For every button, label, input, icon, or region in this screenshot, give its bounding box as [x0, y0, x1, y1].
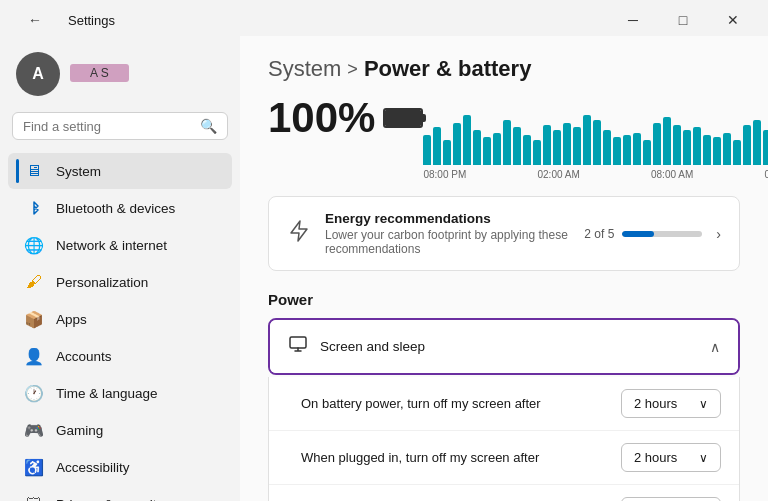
chart-bar: [693, 127, 701, 165]
avatar-section: A A S: [0, 44, 240, 112]
network-icon: 🌐: [24, 235, 44, 255]
window-controls: ─ □ ✕: [610, 6, 756, 34]
title-bar-left: ← Settings: [12, 6, 115, 34]
battery-chart: 50% 08:00 PM02:00 AM08:00 AM02:00 PM08:0…: [423, 94, 768, 180]
energy-progress-bar-fill: [622, 231, 654, 237]
settings-row: On battery power, turn off my screen aft…: [269, 377, 739, 431]
search-input[interactable]: [23, 119, 192, 134]
energy-progress: 2 of 5: [584, 227, 702, 241]
chart-bar: [643, 140, 651, 165]
chart-bar: [443, 140, 451, 165]
chart-x-label: 08:00 PM: [423, 169, 466, 180]
sidebar-item-accounts-label: Accounts: [56, 349, 112, 364]
privacy-icon: 🛡: [24, 494, 44, 501]
dropdown-chevron-icon: ∨: [699, 451, 708, 465]
energy-icon: [287, 219, 311, 249]
chart-bar: [673, 125, 681, 165]
power-section-title: Power: [268, 291, 740, 308]
sidebar-item-system-label: System: [56, 164, 101, 179]
personalization-icon: 🖌: [24, 272, 44, 292]
chart-bars: [423, 110, 768, 165]
back-button[interactable]: ←: [12, 6, 58, 34]
sidebar-item-gaming[interactable]: 🎮 Gaming: [8, 412, 232, 448]
breadcrumb: System > Power & battery: [268, 56, 740, 82]
hours-dropdown[interactable]: 2 hours∨: [621, 497, 721, 501]
sidebar-item-accessibility[interactable]: ♿ Accessibility: [8, 449, 232, 485]
sidebar-item-time-label: Time & language: [56, 386, 158, 401]
settings-row-label: On battery power, turn off my screen aft…: [301, 396, 541, 411]
sidebar-item-network[interactable]: 🌐 Network & internet: [8, 227, 232, 263]
minimize-button[interactable]: ─: [610, 6, 656, 34]
svg-rect-1: [290, 337, 306, 348]
apps-icon: 📦: [24, 309, 44, 329]
breadcrumb-separator: >: [347, 59, 358, 80]
sidebar-item-network-label: Network & internet: [56, 238, 167, 253]
settings-row: When plugged in, turn off my screen afte…: [269, 431, 739, 485]
energy-card[interactable]: Energy recommendations Lower your carbon…: [268, 196, 740, 271]
chart-bar: [523, 135, 531, 165]
accordion-chevron-icon: ∧: [710, 339, 720, 355]
chart-bar: [683, 130, 691, 165]
chart-bar: [513, 127, 521, 165]
sidebar-item-privacy[interactable]: 🛡 Privacy & security: [8, 486, 232, 501]
chart-bar: [613, 137, 621, 165]
time-icon: 🕐: [24, 383, 44, 403]
hours-value: 2 hours: [634, 450, 677, 465]
chart-bar: [663, 117, 671, 165]
close-button[interactable]: ✕: [710, 6, 756, 34]
sidebar-item-privacy-label: Privacy & security: [56, 497, 163, 502]
chart-bar: [533, 140, 541, 165]
app-body: A A S 🔍 🖥 System Bluetoot: [0, 36, 768, 501]
accessibility-icon: ♿: [24, 457, 44, 477]
chart-bar: [503, 120, 511, 165]
sidebar-item-time[interactable]: 🕐 Time & language: [8, 375, 232, 411]
chart-bar: [743, 125, 751, 165]
screen-sleep-icon: [288, 334, 308, 359]
chart-bar: [623, 135, 631, 165]
avatar-info: A S: [70, 64, 129, 84]
chart-x-labels: 08:00 PM02:00 AM08:00 AM02:00 PM08:00 PM: [423, 169, 768, 180]
breadcrumb-parent: System: [268, 56, 341, 82]
chart-bar: [583, 115, 591, 165]
energy-subtitle: Lower your carbon footprint by applying …: [325, 228, 570, 256]
chart-bar: [433, 127, 441, 165]
chart-bar: [603, 130, 611, 165]
energy-text: Energy recommendations Lower your carbon…: [325, 211, 570, 256]
chart-x-label: 02:00 PM: [765, 169, 768, 180]
chart-bar: [733, 140, 741, 165]
chart-bar: [633, 133, 641, 165]
energy-progress-bar-wrap: [622, 231, 702, 237]
search-box[interactable]: 🔍: [12, 112, 228, 140]
screen-sleep-accordion: Screen and sleep ∧: [268, 318, 740, 375]
chart-bar: [723, 133, 731, 165]
hours-dropdown[interactable]: 2 hours∨: [621, 389, 721, 418]
chart-bar: [593, 120, 601, 165]
sidebar-item-apps-label: Apps: [56, 312, 87, 327]
accordion-title: Screen and sleep: [320, 339, 698, 354]
sidebar-item-system[interactable]: 🖥 System: [8, 153, 232, 189]
gaming-icon: 🎮: [24, 420, 44, 440]
hours-dropdown[interactable]: 2 hours∨: [621, 443, 721, 472]
chart-bar: [463, 115, 471, 165]
hours-value: 2 hours: [634, 396, 677, 411]
chart-bar: [483, 137, 491, 165]
accordion-header[interactable]: Screen and sleep ∧: [270, 320, 738, 373]
chart-bar: [703, 135, 711, 165]
dropdown-chevron-icon: ∨: [699, 397, 708, 411]
battery-icon: [383, 108, 423, 128]
avatar-name: A S: [70, 64, 129, 82]
sidebar-item-accounts[interactable]: 👤 Accounts: [8, 338, 232, 374]
chart-bar: [653, 123, 661, 165]
maximize-button[interactable]: □: [660, 6, 706, 34]
sidebar-item-personalization[interactable]: 🖌 Personalization: [8, 264, 232, 300]
chart-bar: [753, 120, 761, 165]
chart-bar: [473, 130, 481, 165]
chart-bar: [553, 130, 561, 165]
sidebar-item-bluetooth[interactable]: Bluetooth & devices: [8, 190, 232, 226]
chart-bar: [763, 130, 768, 165]
bluetooth-icon: [24, 198, 44, 218]
sidebar-item-personalization-label: Personalization: [56, 275, 148, 290]
chart-bar: [713, 137, 721, 165]
breadcrumb-current: Power & battery: [364, 56, 532, 82]
sidebar-item-apps[interactable]: 📦 Apps: [8, 301, 232, 337]
